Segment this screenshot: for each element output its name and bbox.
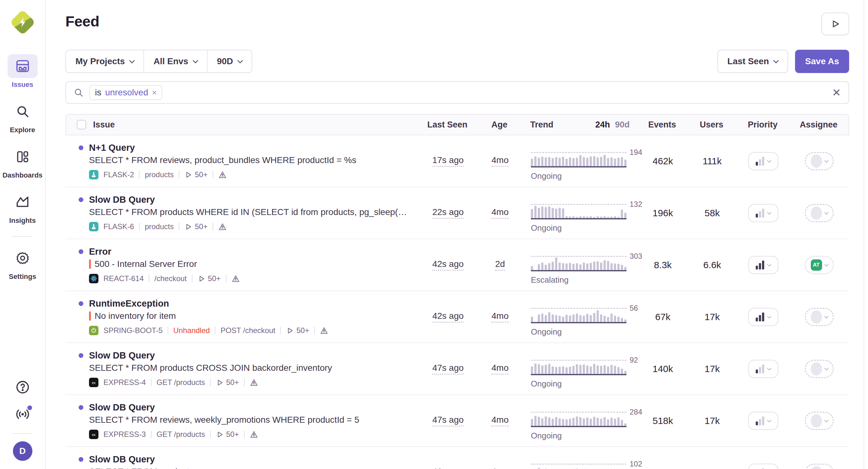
seer-icon[interactable] [218,171,227,179]
route-tag[interactable]: products [145,222,174,231]
assignee-select[interactable] [805,360,834,378]
assignee-select[interactable] [805,412,834,430]
issue-search-bar[interactable]: is unresolved × ✕ [65,81,849,104]
tag-separator [151,431,152,438]
column-age[interactable]: Age [491,120,507,130]
project-tag[interactable]: REACT-614 [103,274,144,283]
priority-select[interactable] [748,360,778,378]
seer-icon[interactable] [320,326,328,335]
project-tag[interactable]: FLASK-6 [103,222,134,231]
last-seen-value: 22s ago [432,207,464,219]
issue-tags: exEXPRESS-3GET /products50+ [89,430,359,439]
column-events[interactable]: Events [648,120,676,130]
search-clear-icon[interactable]: ✕ [832,87,841,98]
issue-title[interactable]: Slow DB Query [89,453,193,465]
issue-title[interactable]: Error [89,245,240,258]
sidebar-item-issues[interactable]: Issues [7,54,38,89]
seer-icon[interactable] [250,430,258,439]
replay-count[interactable]: 50+ [184,222,208,231]
save-as-button[interactable]: Save As [795,50,849,73]
trend-24h-toggle[interactable]: 24h [595,120,610,130]
sentry-logo[interactable] [12,11,34,33]
sidebar-item-settings[interactable]: Settings [7,246,38,281]
issue-row[interactable]: Slow DB Query SELECT * FROM products CRO… [65,343,849,395]
replay-count[interactable]: 50+ [216,378,239,387]
page-header: Feed [65,12,849,35]
broadcast-icon [15,408,31,420]
select-all-checkbox[interactable] [77,120,86,129]
project-tag[interactable]: EXPRESS-3 [103,430,146,439]
tag-separator [139,223,140,230]
issue-row[interactable]: N+1 Query SELECT * FROM reviews, product… [65,135,849,187]
environments-filter[interactable]: All Envs [144,50,207,72]
projects-filter[interactable]: My Projects [66,50,144,72]
chip-remove-icon[interactable]: × [152,88,157,97]
issue-row[interactable]: Slow DB Query SELECT * FROM products 49s… [65,447,849,469]
route-tag[interactable]: products [145,170,174,179]
help-button[interactable] [12,377,33,397]
seer-icon[interactable] [250,378,258,387]
issue-row[interactable]: RuntimeException No inventory for item S… [65,291,849,343]
issue-title[interactable]: Slow DB Query [89,194,407,206]
column-issue: Issue [93,120,115,130]
date-range-filter[interactable]: 90D [207,50,252,72]
route-tag[interactable]: /checkout [154,274,187,283]
seer-icon[interactable] [231,274,240,283]
unhandled-tag[interactable]: Unhandled [173,326,210,335]
issue-title[interactable]: Slow DB Query [89,401,359,413]
priority-select[interactable] [748,204,778,222]
last-seen-value: 42s ago [432,259,464,271]
sidebar-item-insights[interactable]: Insights [7,190,38,225]
assignee-select[interactable] [805,464,834,469]
filter-chip-is-unresolved[interactable]: is unresolved × [89,85,162,100]
priority-select[interactable] [748,308,778,326]
issue-row[interactable]: Error 500 - Internal Server Error REACT-… [65,239,849,291]
priority-select[interactable] [748,256,778,274]
unresolved-dot [79,457,83,462]
route-tag[interactable]: GET /products [157,378,205,387]
tag-separator [149,275,149,282]
whats-new-button[interactable] [12,404,33,424]
assignee-select[interactable] [805,152,834,170]
gear-icon [16,251,30,265]
column-users[interactable]: Users [700,120,723,130]
issue-tags: SPRING-BOOT-5UnhandledPOST /checkout50+ [89,326,328,335]
issue-message: SELECT * FROM products CROSS JOIN backor… [89,362,332,374]
sort-dropdown[interactable]: Last Seen [717,50,788,73]
tag-separator [280,327,281,334]
scrollbar-track[interactable] [864,0,864,469]
issue-title[interactable]: N+1 Query [89,142,356,154]
replay-count[interactable]: 50+ [184,170,208,179]
age-value: 4mo [492,363,508,375]
assignee-select[interactable] [805,204,834,222]
priority-select[interactable] [748,152,778,170]
trend-90d-toggle[interactable]: 90d [615,120,630,130]
seer-icon[interactable] [218,223,227,231]
project-tag[interactable]: FLASK-2 [103,170,134,179]
sidebar-item-explore[interactable]: Explore [7,99,38,134]
assignee-select[interactable]: AT [805,256,834,274]
priority-select[interactable] [748,464,778,469]
sidebar-item-dashboards[interactable]: Dashboards [2,145,42,179]
replay-count[interactable]: 50+ [286,326,309,335]
replay-count[interactable]: 50+ [197,274,221,283]
route-tag[interactable]: GET /products [157,430,205,439]
events-count: 196k [653,208,673,218]
replay-count[interactable]: 50+ [216,430,239,439]
route-tag[interactable]: POST /checkout [220,326,275,335]
issue-row[interactable]: Slow DB Query SELECT * FROM products WHE… [65,187,849,239]
sidebar-label: Settings [9,272,36,281]
issue-title[interactable]: Slow DB Query [89,349,332,361]
replay-play-button[interactable] [822,12,849,35]
trend-sparkline: 132 Ongoing [518,187,639,239]
column-last-seen[interactable]: Last Seen [427,120,468,130]
question-circle-icon [15,380,30,395]
assignee-select[interactable] [805,308,834,326]
events-count: 140k [653,363,673,374]
project-tag[interactable]: SPRING-BOOT-5 [103,326,163,335]
project-tag[interactable]: EXPRESS-4 [103,378,146,387]
issue-title[interactable]: RuntimeException [89,297,328,310]
priority-select[interactable] [748,412,778,430]
user-avatar[interactable]: D [13,441,32,461]
issue-row[interactable]: Slow DB Query SELECT * FROM reviews, wee… [65,395,849,447]
